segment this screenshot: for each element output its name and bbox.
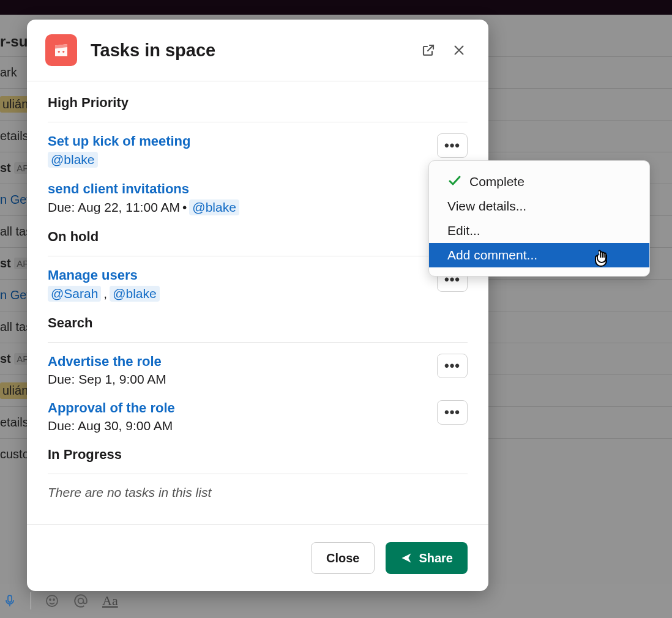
section-divider: [48, 342, 468, 343]
task-item: Advertise the roleDue: Sep 1, 9:00 AM•••: [48, 354, 468, 387]
section-header: In Progress: [48, 447, 468, 463]
user-mention[interactable]: @Sarah: [48, 286, 101, 302]
task-meta: @blake: [48, 152, 437, 168]
svg-point-3: [47, 595, 58, 606]
user-mention[interactable]: @blake: [189, 199, 239, 215]
section-header: Search: [48, 315, 468, 331]
user-mention[interactable]: @blake: [48, 152, 98, 168]
task-meta: @Sarah, @blake: [48, 286, 437, 302]
svg-point-1: [62, 51, 64, 53]
menu-item-view-details[interactable]: View details...: [429, 194, 649, 218]
task-due: Due: Sep 1, 9:00 AM: [48, 372, 166, 387]
task-more-button[interactable]: •••: [437, 354, 468, 378]
task-title-link[interactable]: send client invitations: [48, 181, 468, 197]
more-dots-icon: •••: [444, 359, 460, 373]
emoji-icon[interactable]: [45, 594, 59, 608]
menu-item-label: Edit...: [447, 223, 480, 238]
share-button[interactable]: Share: [386, 542, 468, 574]
open-external-button[interactable]: [417, 39, 439, 61]
task-context-menu: CompleteView details...Edit...Add commen…: [428, 160, 650, 277]
task-more-button[interactable]: •••: [437, 400, 468, 425]
microphone-icon[interactable]: [2, 594, 17, 608]
formatting-icon[interactable]: Aa: [102, 593, 118, 609]
task-title-link[interactable]: Approval of the role: [48, 400, 437, 416]
svg-point-5: [53, 599, 54, 600]
close-button[interactable]: Close: [311, 542, 375, 574]
task-item: Approval of the roleDue: Aug 30, 9:00 AM…: [48, 400, 468, 433]
task-title-link[interactable]: Manage users: [48, 267, 437, 283]
section-divider: [48, 122, 468, 122]
section-divider: [48, 474, 468, 474]
modal-footer: Close Share: [27, 524, 488, 591]
svg-point-0: [58, 51, 60, 53]
more-dots-icon: •••: [444, 406, 460, 419]
section-divider: [48, 256, 468, 256]
section-header: On hold: [48, 229, 468, 245]
svg-point-4: [50, 599, 51, 600]
check-icon: [447, 173, 462, 191]
modal-body: High PrioritySet up kick of meeting@blak…: [27, 81, 488, 524]
task-item: Set up kick of meeting@blake•••: [48, 133, 468, 168]
menu-item-label: Add comment...: [447, 248, 537, 262]
task-title-link[interactable]: Set up kick of meeting: [48, 133, 437, 149]
empty-list-message: There are no tasks in this list: [48, 485, 468, 500]
send-icon: [400, 552, 413, 564]
section-header: High Priority: [48, 95, 468, 111]
mention-icon[interactable]: [73, 593, 89, 609]
task-meta: Due: Aug 30, 9:00 AM: [48, 419, 437, 433]
menu-item-complete[interactable]: Complete: [429, 169, 649, 194]
task-item: Manage users@Sarah, @blake•••: [48, 267, 468, 302]
task-meta: Due: Aug 22, 11:00 AM • @blake: [48, 199, 468, 215]
menu-item-label: View details...: [447, 199, 526, 214]
task-meta: Due: Sep 1, 9:00 AM: [48, 372, 437, 387]
svg-point-6: [78, 598, 84, 604]
app-icon: [45, 34, 77, 66]
task-more-button[interactable]: •••: [437, 133, 468, 158]
modal-header: Tasks in space: [27, 20, 488, 81]
menu-item-edit[interactable]: Edit...: [429, 218, 649, 243]
more-dots-icon: •••: [444, 139, 460, 152]
tasks-modal: Tasks in space High PrioritySet up kick …: [27, 20, 488, 591]
share-button-label: Share: [419, 551, 453, 565]
close-modal-button[interactable]: [448, 39, 470, 61]
modal-title: Tasks in space: [91, 40, 417, 61]
task-due: Due: Aug 30, 9:00 AM: [48, 419, 173, 433]
task-title-link[interactable]: Advertise the role: [48, 354, 437, 370]
task-item: send client invitationsDue: Aug 22, 11:0…: [48, 181, 468, 215]
menu-item-add-comment[interactable]: Add comment...: [429, 243, 649, 267]
svg-rect-2: [8, 595, 12, 602]
user-mention[interactable]: @blake: [110, 286, 160, 302]
menu-item-label: Complete: [469, 174, 525, 189]
task-due: Due: Aug 22, 11:00 AM: [48, 200, 180, 215]
